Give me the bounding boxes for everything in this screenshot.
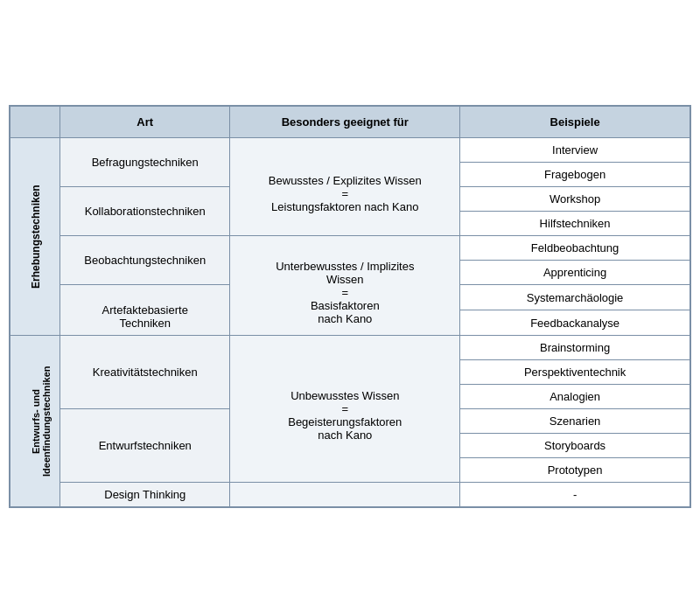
category-befragung: Befragungstechniken [60, 138, 230, 187]
example-workshop: Workshop [460, 187, 690, 212]
category-artefakte: Artefaktebasierte Techniken [60, 285, 230, 336]
example-szenarien: Szenarien [460, 409, 690, 434]
header-empty [10, 107, 60, 138]
example-brainstorming: Brainstorming [460, 336, 690, 360]
row-header-erhebung: Erhebungstechniken [10, 138, 60, 336]
suitable-bewusstes: Bewusstes / Explizites Wissen = Leistung… [230, 138, 460, 236]
category-entwurf: Entwurfstechniken [60, 409, 230, 483]
table-row: Erhebungstechniken Befragungstechniken B… [10, 138, 690, 163]
example-apprenticing: Apprenticing [460, 261, 690, 285]
example-storyboards: Storyboards [460, 434, 690, 458]
main-table: Art Besonders geeignet für Beispiele Erh… [10, 106, 690, 507]
example-fragebogen: Fragebogen [460, 163, 690, 187]
suitable-unbewusstes: Unbewusstes Wissen = Begeisterungsfaktor… [230, 336, 460, 483]
category-beobachtung: Beobachtungstechniken [60, 236, 230, 285]
suitable-design-thinking-empty [230, 483, 460, 507]
example-prototypen: Prototypen [460, 458, 690, 483]
header-suitable: Besonders geeignet für [230, 107, 460, 138]
main-table-wrapper: Art Besonders geeignet für Beispiele Erh… [9, 105, 691, 508]
header-examples: Beispiele [460, 107, 690, 138]
category-design-thinking: Design Thinking [60, 483, 230, 507]
example-hilfstechniken: Hilfstechniken [460, 212, 690, 236]
example-feedbackanalyse: Feedbackanalyse [460, 310, 690, 336]
example-systemarchaeologie: Systemarchäologie [460, 285, 690, 310]
category-kreativitaet: Kreativitätstechniken [60, 336, 230, 409]
example-analogien: Analogien [460, 385, 690, 409]
header-art: Art [60, 107, 230, 138]
table-row: Beobachtungstechniken Unterbewusstes / I… [10, 236, 690, 261]
table-row: Design Thinking - [10, 483, 690, 507]
example-perspektiventechnik: Perspektiventechnik [460, 360, 690, 385]
suitable-unterbewusstes: Unterbewusstes / Implizites Wissen = Bas… [230, 236, 460, 336]
table-row: Entwurfs- und Ideenfindungstechniken Kre… [10, 336, 690, 360]
category-kollaboration: Kollaborationstechniken [60, 187, 230, 236]
example-design-thinking: - [460, 483, 690, 507]
example-feldbeobachtung: Feldbeobachtung [460, 236, 690, 261]
example-interview: Interview [460, 138, 690, 163]
row-header-entwurf: Entwurfs- und Ideenfindungstechniken [10, 336, 60, 507]
